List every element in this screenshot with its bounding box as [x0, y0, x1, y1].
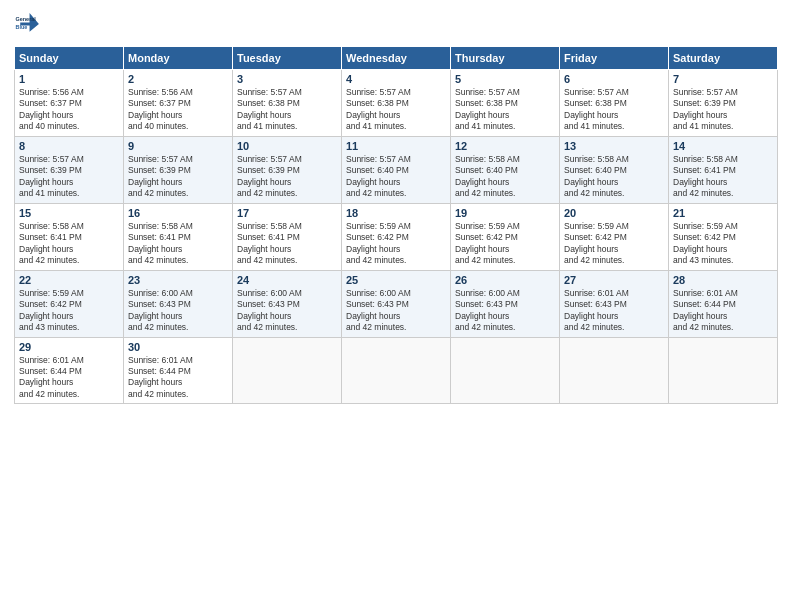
day-number: 13 — [564, 140, 664, 152]
day-info: Sunrise: 5:59 AMSunset: 6:42 PMDaylight … — [19, 288, 119, 334]
calendar-cell: 2Sunrise: 5:56 AMSunset: 6:37 PMDaylight… — [124, 70, 233, 137]
day-number: 3 — [237, 73, 337, 85]
calendar-week-row: 1Sunrise: 5:56 AMSunset: 6:37 PMDaylight… — [15, 70, 778, 137]
day-info: Sunrise: 5:57 AMSunset: 6:39 PMDaylight … — [128, 154, 228, 200]
day-info: Sunrise: 6:01 AMSunset: 6:44 PMDaylight … — [673, 288, 773, 334]
weekday-header: Saturday — [669, 47, 778, 70]
logo: General Blue — [14, 10, 42, 38]
day-info: Sunrise: 5:57 AMSunset: 6:38 PMDaylight … — [237, 87, 337, 133]
day-number: 15 — [19, 207, 119, 219]
calendar-cell: 5Sunrise: 5:57 AMSunset: 6:38 PMDaylight… — [451, 70, 560, 137]
day-info: Sunrise: 5:58 AMSunset: 6:41 PMDaylight … — [237, 221, 337, 267]
calendar-cell: 8Sunrise: 5:57 AMSunset: 6:39 PMDaylight… — [15, 136, 124, 203]
day-number: 30 — [128, 341, 228, 353]
day-number: 6 — [564, 73, 664, 85]
day-number: 22 — [19, 274, 119, 286]
calendar-cell: 25Sunrise: 6:00 AMSunset: 6:43 PMDayligh… — [342, 270, 451, 337]
day-number: 8 — [19, 140, 119, 152]
day-info: Sunrise: 5:57 AMSunset: 6:38 PMDaylight … — [564, 87, 664, 133]
weekday-header: Friday — [560, 47, 669, 70]
calendar-cell: 17Sunrise: 5:58 AMSunset: 6:41 PMDayligh… — [233, 203, 342, 270]
svg-text:General: General — [16, 16, 37, 22]
calendar-cell: 18Sunrise: 5:59 AMSunset: 6:42 PMDayligh… — [342, 203, 451, 270]
header: General Blue — [14, 10, 778, 38]
day-info: Sunrise: 5:59 AMSunset: 6:42 PMDaylight … — [455, 221, 555, 267]
day-number: 27 — [564, 274, 664, 286]
day-number: 20 — [564, 207, 664, 219]
calendar-cell: 19Sunrise: 5:59 AMSunset: 6:42 PMDayligh… — [451, 203, 560, 270]
calendar-header-row: SundayMondayTuesdayWednesdayThursdayFrid… — [15, 47, 778, 70]
calendar-cell — [342, 337, 451, 404]
day-info: Sunrise: 6:00 AMSunset: 6:43 PMDaylight … — [346, 288, 446, 334]
day-number: 26 — [455, 274, 555, 286]
day-number: 12 — [455, 140, 555, 152]
weekday-header: Wednesday — [342, 47, 451, 70]
svg-text:Blue: Blue — [16, 24, 28, 30]
calendar-cell — [233, 337, 342, 404]
calendar-cell — [669, 337, 778, 404]
calendar-week-row: 15Sunrise: 5:58 AMSunset: 6:41 PMDayligh… — [15, 203, 778, 270]
weekday-header: Monday — [124, 47, 233, 70]
calendar-cell: 22Sunrise: 5:59 AMSunset: 6:42 PMDayligh… — [15, 270, 124, 337]
day-number: 17 — [237, 207, 337, 219]
calendar-cell: 6Sunrise: 5:57 AMSunset: 6:38 PMDaylight… — [560, 70, 669, 137]
day-info: Sunrise: 5:56 AMSunset: 6:37 PMDaylight … — [128, 87, 228, 133]
day-info: Sunrise: 6:00 AMSunset: 6:43 PMDaylight … — [237, 288, 337, 334]
calendar-cell: 11Sunrise: 5:57 AMSunset: 6:40 PMDayligh… — [342, 136, 451, 203]
day-number: 9 — [128, 140, 228, 152]
day-info: Sunrise: 5:59 AMSunset: 6:42 PMDaylight … — [346, 221, 446, 267]
calendar-cell: 29Sunrise: 6:01 AMSunset: 6:44 PMDayligh… — [15, 337, 124, 404]
weekday-header: Sunday — [15, 47, 124, 70]
day-info: Sunrise: 5:58 AMSunset: 6:40 PMDaylight … — [564, 154, 664, 200]
page: General Blue SundayMondayTuesdayWednesda… — [0, 0, 792, 612]
calendar-cell: 26Sunrise: 6:00 AMSunset: 6:43 PMDayligh… — [451, 270, 560, 337]
day-info: Sunrise: 5:59 AMSunset: 6:42 PMDaylight … — [564, 221, 664, 267]
calendar-table: SundayMondayTuesdayWednesdayThursdayFrid… — [14, 46, 778, 404]
day-info: Sunrise: 5:58 AMSunset: 6:41 PMDaylight … — [128, 221, 228, 267]
day-number: 11 — [346, 140, 446, 152]
weekday-header: Thursday — [451, 47, 560, 70]
day-number: 7 — [673, 73, 773, 85]
day-info: Sunrise: 5:57 AMSunset: 6:40 PMDaylight … — [346, 154, 446, 200]
day-number: 5 — [455, 73, 555, 85]
day-number: 23 — [128, 274, 228, 286]
calendar-cell: 10Sunrise: 5:57 AMSunset: 6:39 PMDayligh… — [233, 136, 342, 203]
calendar-cell: 24Sunrise: 6:00 AMSunset: 6:43 PMDayligh… — [233, 270, 342, 337]
day-info: Sunrise: 5:57 AMSunset: 6:39 PMDaylight … — [237, 154, 337, 200]
day-number: 16 — [128, 207, 228, 219]
day-info: Sunrise: 5:58 AMSunset: 6:41 PMDaylight … — [673, 154, 773, 200]
calendar-cell: 20Sunrise: 5:59 AMSunset: 6:42 PMDayligh… — [560, 203, 669, 270]
day-info: Sunrise: 6:00 AMSunset: 6:43 PMDaylight … — [128, 288, 228, 334]
calendar-cell: 15Sunrise: 5:58 AMSunset: 6:41 PMDayligh… — [15, 203, 124, 270]
day-info: Sunrise: 5:56 AMSunset: 6:37 PMDaylight … — [19, 87, 119, 133]
calendar-cell: 16Sunrise: 5:58 AMSunset: 6:41 PMDayligh… — [124, 203, 233, 270]
calendar-week-row: 22Sunrise: 5:59 AMSunset: 6:42 PMDayligh… — [15, 270, 778, 337]
calendar-cell: 13Sunrise: 5:58 AMSunset: 6:40 PMDayligh… — [560, 136, 669, 203]
calendar-cell: 23Sunrise: 6:00 AMSunset: 6:43 PMDayligh… — [124, 270, 233, 337]
calendar-cell: 30Sunrise: 6:01 AMSunset: 6:44 PMDayligh… — [124, 337, 233, 404]
calendar-cell: 28Sunrise: 6:01 AMSunset: 6:44 PMDayligh… — [669, 270, 778, 337]
day-info: Sunrise: 5:58 AMSunset: 6:40 PMDaylight … — [455, 154, 555, 200]
day-info: Sunrise: 6:01 AMSunset: 6:44 PMDaylight … — [19, 355, 119, 401]
calendar-cell: 27Sunrise: 6:01 AMSunset: 6:43 PMDayligh… — [560, 270, 669, 337]
day-info: Sunrise: 6:00 AMSunset: 6:43 PMDaylight … — [455, 288, 555, 334]
day-info: Sunrise: 5:57 AMSunset: 6:39 PMDaylight … — [19, 154, 119, 200]
logo-icon: General Blue — [14, 10, 42, 38]
calendar-cell: 7Sunrise: 5:57 AMSunset: 6:39 PMDaylight… — [669, 70, 778, 137]
calendar-week-row: 8Sunrise: 5:57 AMSunset: 6:39 PMDaylight… — [15, 136, 778, 203]
day-number: 18 — [346, 207, 446, 219]
day-number: 19 — [455, 207, 555, 219]
day-info: Sunrise: 5:57 AMSunset: 6:38 PMDaylight … — [455, 87, 555, 133]
day-info: Sunrise: 5:57 AMSunset: 6:38 PMDaylight … — [346, 87, 446, 133]
day-number: 28 — [673, 274, 773, 286]
day-number: 21 — [673, 207, 773, 219]
calendar-cell: 21Sunrise: 5:59 AMSunset: 6:42 PMDayligh… — [669, 203, 778, 270]
calendar-cell: 3Sunrise: 5:57 AMSunset: 6:38 PMDaylight… — [233, 70, 342, 137]
weekday-header: Tuesday — [233, 47, 342, 70]
day-number: 1 — [19, 73, 119, 85]
calendar-cell: 14Sunrise: 5:58 AMSunset: 6:41 PMDayligh… — [669, 136, 778, 203]
day-number: 29 — [19, 341, 119, 353]
calendar-week-row: 29Sunrise: 6:01 AMSunset: 6:44 PMDayligh… — [15, 337, 778, 404]
calendar-cell: 9Sunrise: 5:57 AMSunset: 6:39 PMDaylight… — [124, 136, 233, 203]
day-number: 25 — [346, 274, 446, 286]
